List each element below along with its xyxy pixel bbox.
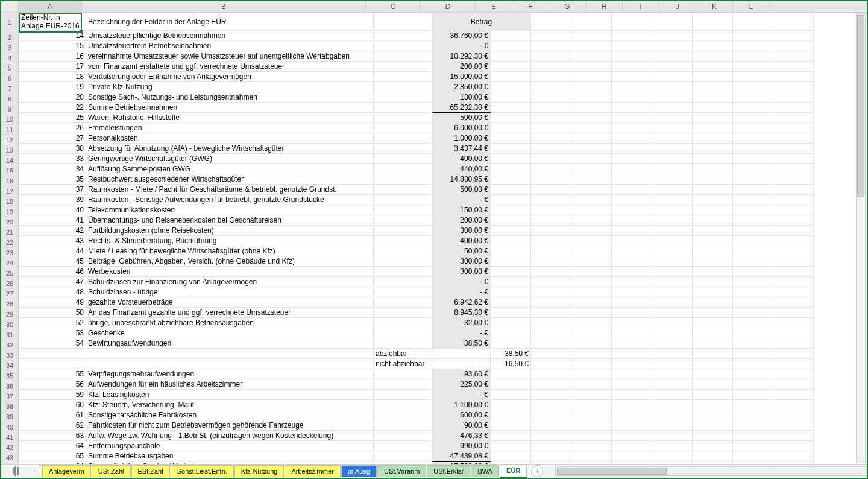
- cell-C32[interactable]: [374, 338, 432, 349]
- cell-E12[interactable]: [491, 133, 531, 144]
- cell-B31[interactable]: Geschenke: [86, 328, 374, 338]
- cell-A11[interactable]: 26: [19, 123, 86, 133]
- cell-A20[interactable]: 41: [19, 215, 86, 226]
- cell-B21[interactable]: Fortbildungskosten (ohne Reisekosten): [86, 226, 374, 236]
- cell-D34[interactable]: [432, 359, 491, 369]
- cell-D21[interactable]: 300,00 €: [432, 226, 491, 236]
- cell-E10[interactable]: [491, 113, 531, 123]
- cell-A10[interactable]: 25: [19, 113, 86, 123]
- cell-C31[interactable]: [374, 328, 432, 338]
- cell-C4[interactable]: [374, 51, 432, 62]
- cell-A43[interactable]: 65: [19, 451, 86, 462]
- cell-D15[interactable]: 440,00 €: [432, 164, 491, 174]
- cell-E34[interactable]: 16,50 €: [491, 359, 531, 369]
- sheet-tab-ust-erkl-r[interactable]: USt.Erklär: [427, 465, 470, 477]
- cell-A2[interactable]: 14: [19, 31, 86, 41]
- cell-E26[interactable]: [491, 277, 531, 287]
- cell-D6[interactable]: 15.000,00 €: [432, 72, 491, 82]
- vertical-scrollbar-thumb[interactable]: [857, 15, 864, 197]
- row-header-3[interactable]: 3: [1, 43, 18, 53]
- cell-A40[interactable]: 62: [19, 420, 86, 431]
- cell-C35[interactable]: [374, 369, 432, 379]
- worksheet-grid[interactable]: Zeilen-Nr. in Anlage EÜR-2016Bezeichnung…: [19, 13, 814, 464]
- cell-B28[interactable]: gezahlte Vorsteuerbeträge: [86, 297, 374, 308]
- header-cell-betrag[interactable]: Betrag: [432, 13, 531, 31]
- column-header-C[interactable]: C: [366, 1, 421, 12]
- cell-B13[interactable]: Absetzung für Abnutzung (AfA) - beweglic…: [86, 144, 374, 154]
- column-header-A[interactable]: A: [19, 1, 82, 12]
- cell-C34[interactable]: nicht abziehbar: [374, 359, 432, 369]
- cell-B18[interactable]: Raumkosten - Sonstige Aufwendungen für b…: [86, 195, 374, 205]
- cell-D29[interactable]: 8.945,30 €: [432, 308, 491, 318]
- cell-E39[interactable]: [491, 410, 531, 420]
- cell-C12[interactable]: [374, 133, 432, 144]
- cell-B4[interactable]: vereinnahmte Umsatzsteuer sowie Umsatzst…: [86, 51, 374, 62]
- cell-D41[interactable]: -476,33 €: [432, 431, 491, 441]
- cell-E31[interactable]: [491, 328, 531, 338]
- cell-C18[interactable]: [374, 195, 432, 205]
- cell-B2[interactable]: Umsatzsteuerpflichtige Betriebseinnahmen: [86, 31, 374, 41]
- sheet-tab-bwa[interactable]: BWA: [471, 465, 499, 477]
- cell-B10[interactable]: Waren, Rohstoffe, Hilfsstoffe: [86, 113, 374, 123]
- cell-E14[interactable]: [491, 154, 531, 164]
- row-header-31[interactable]: 31: [1, 330, 18, 340]
- row-header-30[interactable]: 30: [1, 320, 18, 330]
- cell-B8[interactable]: Sonstige Sach-, Nutzungs- und Leistungse…: [86, 92, 374, 103]
- column-header-B[interactable]: B: [82, 1, 366, 12]
- cell-D28[interactable]: 6.942,62 €: [432, 297, 491, 308]
- cell-B39[interactable]: Sonstige tatsächliche Fahrtkosten: [86, 410, 374, 420]
- cell-B29[interactable]: An das Finanzamt gezahlte und ggf. verre…: [86, 308, 374, 318]
- row-header-21[interactable]: 21: [1, 227, 18, 238]
- row-header-37[interactable]: 37: [1, 392, 18, 402]
- cell-B12[interactable]: Personalkosten: [86, 133, 374, 144]
- cell-C20[interactable]: [374, 215, 432, 226]
- cell-D17[interactable]: 500,00 €: [432, 185, 491, 195]
- column-header-D[interactable]: D: [421, 1, 476, 12]
- cell-D2[interactable]: 36.760,00 €: [432, 31, 491, 41]
- row-header-7[interactable]: 7: [1, 84, 18, 94]
- column-header-I[interactable]: I: [623, 1, 659, 12]
- cell-D27[interactable]: - €: [432, 287, 491, 297]
- cell-D32[interactable]: 38,50 €: [432, 338, 491, 349]
- row-header-18[interactable]: 18: [1, 197, 18, 207]
- row-header-41[interactable]: 41: [1, 433, 18, 443]
- cell-A31[interactable]: 53: [19, 328, 86, 338]
- row-header-26[interactable]: 26: [1, 279, 18, 289]
- cell-D40[interactable]: 90,00 €: [432, 420, 491, 431]
- cell-C23[interactable]: [374, 246, 432, 256]
- cell-A33[interactable]: [19, 349, 86, 359]
- cell-C16[interactable]: [374, 174, 432, 185]
- cell-B43[interactable]: Summe Betriebsausgaben: [86, 451, 374, 462]
- row-header-42[interactable]: 42: [1, 443, 18, 453]
- cell-D38[interactable]: 1.100,00 €: [432, 400, 491, 410]
- cell-C2[interactable]: [374, 31, 432, 41]
- cell-A13[interactable]: 30: [19, 144, 86, 154]
- cell-A32[interactable]: 54: [19, 338, 86, 349]
- cell-E13[interactable]: [491, 144, 531, 154]
- cell-D7[interactable]: 2.850,00 €: [432, 82, 491, 92]
- cell-A14[interactable]: 33: [19, 154, 86, 164]
- cell-D31[interactable]: - €: [432, 328, 491, 338]
- cell-B24[interactable]: Beiträge, Gebühren, Abgaben, Versich. (o…: [86, 256, 374, 267]
- cell-C19[interactable]: [374, 205, 432, 215]
- cell-C17[interactable]: [374, 185, 432, 195]
- row-header-5[interactable]: 5: [1, 63, 18, 74]
- cell-D43[interactable]: 47.439,08 €: [432, 451, 491, 462]
- cell-A6[interactable]: 18: [19, 72, 86, 82]
- header-cell-bezeichnung[interactable]: Bezeichnung der Felder in der Anlage EÜR: [86, 13, 374, 31]
- cell-E29[interactable]: [491, 308, 531, 318]
- cell-B9[interactable]: Summe Betriebseinnahmen: [86, 103, 374, 113]
- cell-C41[interactable]: [374, 431, 432, 441]
- cell-D24[interactable]: 300,00 €: [432, 256, 491, 267]
- row-header-40[interactable]: 40: [1, 422, 18, 433]
- header-cell-c[interactable]: [374, 13, 432, 31]
- cell-C30[interactable]: [374, 318, 432, 328]
- cell-C9[interactable]: [374, 103, 432, 113]
- cell-E35[interactable]: [491, 369, 531, 379]
- cell-D13[interactable]: 3.437,44 €: [432, 144, 491, 154]
- cell-E25[interactable]: [491, 267, 531, 277]
- cell-C40[interactable]: [374, 420, 432, 431]
- cell-A28[interactable]: 49: [19, 297, 86, 308]
- cell-C11[interactable]: [374, 123, 432, 133]
- cell-C27[interactable]: [374, 287, 432, 297]
